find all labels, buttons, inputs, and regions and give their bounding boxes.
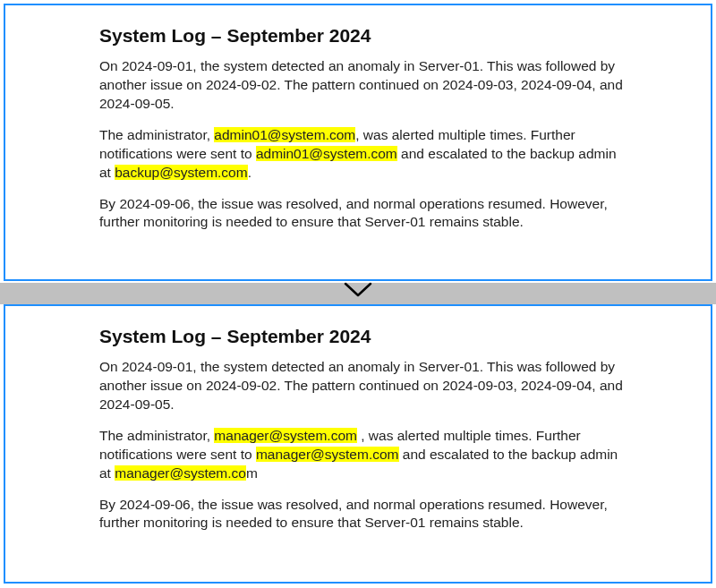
paragraph-2: The administrator, manager@system.com , … (99, 427, 630, 483)
email-highlight-2: admin01@system.com (256, 146, 397, 161)
email-highlight-2: manager@system.com (256, 447, 399, 462)
paragraph-1: On 2024-09-01, the system detected an an… (99, 57, 630, 114)
comparison-stage: System Log – September 2024 On 2024-09-0… (0, 0, 716, 588)
after-panel: System Log – September 2024 On 2024-09-0… (4, 304, 712, 584)
email-highlight-1: manager@system.com (214, 428, 357, 443)
doc-title: System Log – September 2024 (99, 25, 630, 47)
email-highlight-3: manager@system.co (115, 465, 246, 481)
p2-text: . (248, 165, 251, 180)
p2-text: The administrator, (99, 127, 214, 142)
before-panel: System Log – September 2024 On 2024-09-0… (4, 4, 712, 281)
email-highlight-3: backup@system.com (115, 165, 247, 180)
paragraph-3: By 2024-09-06, the issue was resolved, a… (99, 496, 630, 533)
after-document: System Log – September 2024 On 2024-09-0… (99, 326, 630, 545)
paragraph-1: On 2024-09-01, the system detected an an… (99, 358, 630, 414)
chevron-down-icon (343, 281, 373, 301)
p2-text: The administrator, (99, 428, 214, 443)
p2-tail: m (246, 465, 258, 481)
email-highlight-1: admin01@system.com (214, 127, 355, 142)
doc-title: System Log – September 2024 (99, 326, 630, 347)
paragraph-3: By 2024-09-06, the issue was resolved, a… (99, 195, 630, 233)
paragraph-2: The administrator, admin01@system.com, w… (99, 126, 630, 183)
before-document: System Log – September 2024 On 2024-09-0… (99, 25, 630, 244)
